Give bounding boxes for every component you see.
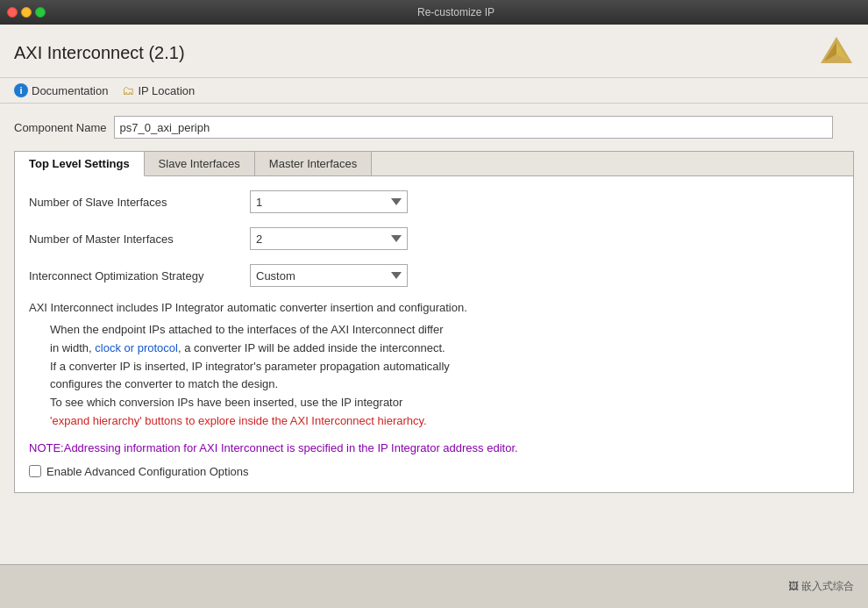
tabs-header: Top Level Settings Slave Interfaces Mast… [15, 152, 853, 176]
bottom-logo: 🖼 嵌入式综合 [788, 579, 854, 594]
slave-interfaces-select[interactable]: 1 2 3 4 [250, 190, 408, 213]
content-area: Component Name Top Level Settings Slave … [0, 104, 868, 564]
slave-interfaces-label: Number of Slave Interfaces [29, 196, 239, 209]
master-interfaces-row: Number of Master Interfaces 1 2 3 4 [29, 227, 839, 250]
tabs-panel: Top Level Settings Slave Interfaces Mast… [14, 151, 854, 493]
page-title: AXI Interconnect (2.1) [14, 43, 185, 63]
ip-location-link[interactable]: 🗂 IP Location [122, 83, 195, 97]
component-name-label: Component Name [14, 121, 107, 134]
tab-content: Number of Slave Interfaces 1 2 3 4 Numbe… [15, 176, 853, 492]
note-text: NOTE:Addressing information for AXI Inte… [29, 441, 839, 454]
component-name-input[interactable] [114, 116, 833, 139]
master-interfaces-label: Number of Master Interfaces [29, 232, 239, 246]
clock-link: clock or protocol [95, 341, 178, 354]
info-icon: i [14, 83, 28, 97]
header: AXI Interconnect (2.1) [0, 25, 868, 78]
description-main: AXI Interconnect includes IP Integrator … [29, 301, 839, 314]
bottom-bar: 🖼 嵌入式综合 [0, 564, 868, 608]
optimization-strategy-row: Interconnect Optimization Strategy Custo… [29, 264, 839, 287]
expand-hierarchy-link: 'expand hierarchy' buttons to explore in… [50, 414, 427, 427]
master-interfaces-select[interactable]: 1 2 3 4 [250, 227, 408, 250]
ip-location-label: IP Location [138, 84, 195, 97]
window-controls[interactable] [7, 7, 46, 18]
documentation-label: Documentation [32, 84, 108, 97]
slave-interfaces-row: Number of Slave Interfaces 1 2 3 4 [29, 190, 839, 213]
toolbar: i Documentation 🗂 IP Location [0, 78, 868, 104]
tab-top-level-settings[interactable]: Top Level Settings [15, 152, 145, 176]
tab-slave-interfaces[interactable]: Slave Interfaces [145, 152, 255, 175]
titlebar: Re-customize IP [0, 0, 868, 25]
description-block: AXI Interconnect includes IP Integrator … [29, 301, 839, 431]
advanced-config-label[interactable]: Enable Advanced Configuration Options [46, 465, 249, 478]
main-window: AXI Interconnect (2.1) i Documentation 🗂… [0, 25, 868, 608]
advanced-config-row: Enable Advanced Configuration Options [29, 465, 839, 478]
vivado-logo-icon [819, 35, 854, 70]
documentation-link[interactable]: i Documentation [14, 83, 108, 97]
description-detail: When the endpoint IPs attached to the in… [50, 321, 839, 431]
component-name-row: Component Name [14, 116, 854, 139]
tab-master-interfaces[interactable]: Master Interfaces [255, 152, 372, 175]
folder-icon: 🗂 [122, 83, 134, 97]
maximize-button[interactable] [35, 7, 46, 18]
window-title: Re-customize IP [51, 6, 861, 18]
optimization-strategy-label: Interconnect Optimization Strategy [29, 269, 239, 283]
optimization-strategy-select[interactable]: Custom Minimize Area Maximize Performanc… [250, 264, 408, 287]
minimize-button[interactable] [21, 7, 32, 18]
advanced-config-checkbox[interactable] [29, 465, 41, 477]
close-button[interactable] [7, 7, 18, 18]
